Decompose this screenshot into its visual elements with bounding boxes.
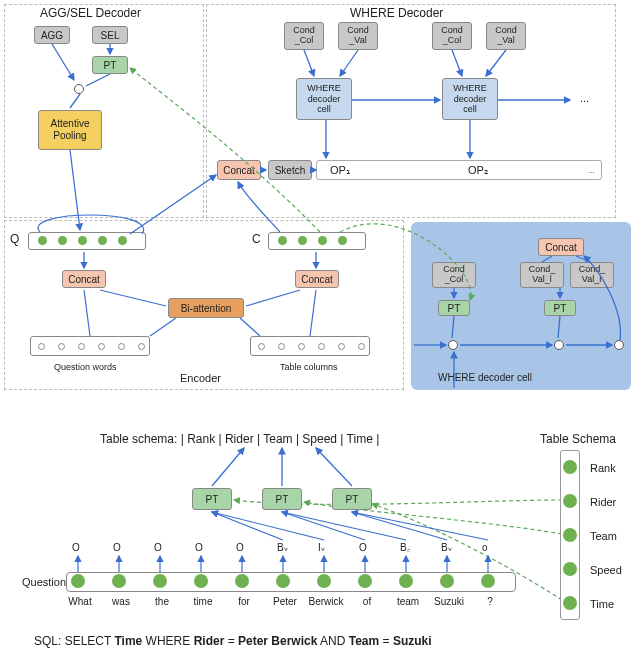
schema-rank: Rank <box>590 462 616 474</box>
table-schema-line: Table schema: | Rank | Rider | Team | Sp… <box>100 432 379 446</box>
op-ellipsis: ... <box>588 166 595 175</box>
question-words-box <box>30 336 150 356</box>
schema-dot-team <box>563 528 577 542</box>
tag-label: Iᵥ <box>318 542 325 553</box>
agg-sel-title: AGG/SEL Decoder <box>40 6 141 20</box>
where-ellipsis: ... <box>580 92 589 104</box>
tag-label: o <box>482 542 488 553</box>
question-word: Berwick <box>308 596 344 607</box>
concat-where: Concat <box>217 160 261 180</box>
pt-cell-2: PT <box>544 300 576 316</box>
concat-q: Concat <box>62 270 106 288</box>
merge-aggsel <box>74 84 84 94</box>
question-word: was <box>103 596 139 607</box>
agg-box: AGG <box>34 26 70 44</box>
cell-circ-1 <box>448 340 458 350</box>
schema-team: Team <box>590 530 617 542</box>
op-strip <box>316 160 602 180</box>
question-word: team <box>390 596 426 607</box>
encoder-label: Encoder <box>180 372 221 384</box>
where-region <box>206 4 616 218</box>
schema-speed: Speed <box>590 564 622 576</box>
schema-title: Table Schema <box>540 432 616 446</box>
tag-label: Bᵥ <box>441 542 452 553</box>
question-word: ? <box>472 596 508 607</box>
cond-col-2: Cond _Col <box>432 22 472 50</box>
question-dot <box>481 574 495 588</box>
cond-val-r: Cond_ Val_r <box>570 262 614 288</box>
question-words: Question words <box>54 362 117 372</box>
where-cell-1: WHERE decoder cell <box>296 78 352 120</box>
tag-label: O <box>359 542 367 553</box>
cond-col-1: Cond _Col <box>284 22 324 50</box>
attentive-pooling: Attentive Pooling <box>38 110 102 150</box>
question-dot <box>235 574 249 588</box>
question-dot <box>276 574 290 588</box>
sketch-box: Sketch <box>268 160 312 180</box>
sel-box: SEL <box>92 26 128 44</box>
bi-attention: Bi-attention <box>168 298 244 318</box>
tag-label: O <box>236 542 244 553</box>
svg-line-52 <box>352 512 488 540</box>
q-label: Q <box>10 232 19 246</box>
question-dot <box>440 574 454 588</box>
cell-circ-3 <box>614 340 624 350</box>
cond-val-1: Cond _Val <box>338 22 378 50</box>
sql-line: SQL: SELECT Time WHERE Rider = Peter Ber… <box>34 634 432 648</box>
question-word: Suzuki <box>431 596 467 607</box>
schema-dot-rank <box>563 460 577 474</box>
op2: OP₂ <box>468 164 488 177</box>
svg-line-50 <box>282 512 406 540</box>
question-dot <box>112 574 126 588</box>
question-dot <box>71 574 85 588</box>
question-dot <box>399 574 413 588</box>
schema-time: Time <box>590 598 614 610</box>
question-word: time <box>185 596 221 607</box>
cell-circ-2 <box>554 340 564 350</box>
schema-dot-rider <box>563 494 577 508</box>
where-cell-label: WHERE decoder cell <box>438 372 532 383</box>
question-word: Peter <box>267 596 303 607</box>
c-label: C <box>252 232 261 246</box>
question-dot <box>153 574 167 588</box>
question-label: Question <box>22 576 66 588</box>
pt-cell-1: PT <box>438 300 470 316</box>
question-word: What <box>62 596 98 607</box>
table-columns-box <box>250 336 370 356</box>
svg-line-33 <box>212 448 244 486</box>
where-title: WHERE Decoder <box>350 6 443 20</box>
schema-dot-time <box>563 596 577 610</box>
svg-line-35 <box>316 448 352 486</box>
pt-bottom-1: PT <box>192 488 232 510</box>
tag-label: O <box>195 542 203 553</box>
question-word: the <box>144 596 180 607</box>
table-columns: Table columns <box>280 362 338 372</box>
cond-col-cell: Cond _Col <box>432 262 476 288</box>
op1: OP₁ <box>330 164 350 177</box>
svg-line-51 <box>352 512 447 540</box>
question-dot <box>317 574 331 588</box>
tag-label: O <box>113 542 121 553</box>
pt-bottom-2: PT <box>262 488 302 510</box>
tag-label: O <box>72 542 80 553</box>
question-word: of <box>349 596 385 607</box>
question-word: for <box>226 596 262 607</box>
pt-bottom-3: PT <box>332 488 372 510</box>
concat-c: Concat <box>295 270 339 288</box>
schema-rider: Rider <box>590 496 616 508</box>
schema-dot-speed <box>563 562 577 576</box>
tag-label: B꜀ <box>400 542 410 554</box>
tag-label: O <box>154 542 162 553</box>
pt-aggsel: PT <box>92 56 128 74</box>
cond-val-2: Cond _Val <box>486 22 526 50</box>
svg-line-49 <box>282 512 365 540</box>
question-dot <box>358 574 372 588</box>
where-cell-2: WHERE decoder cell <box>442 78 498 120</box>
cond-val-l: Cond_ Val_l <box>520 262 564 288</box>
concat-cell: Concat <box>538 238 584 256</box>
question-dot <box>194 574 208 588</box>
tag-label: Bᵥ <box>277 542 288 553</box>
svg-line-48 <box>212 512 324 540</box>
svg-line-47 <box>212 512 283 540</box>
